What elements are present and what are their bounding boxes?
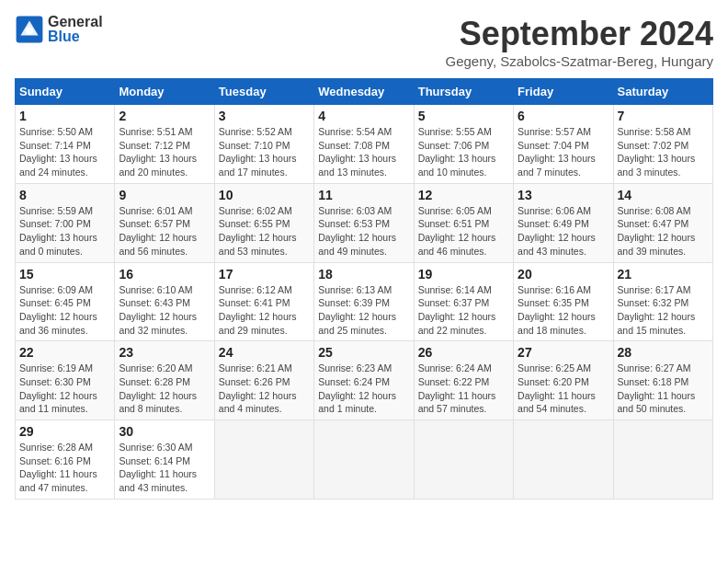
calendar-day-30: 30Sunrise: 6:30 AM Sunset: 6:14 PM Dayli… — [115, 420, 214, 500]
calendar-day-25: 25Sunrise: 6:23 AM Sunset: 6:24 PM Dayli… — [314, 341, 414, 420]
calendar-day-8: 8Sunrise: 5:59 AM Sunset: 7:00 PM Daylig… — [16, 183, 115, 262]
calendar-day-1: 1Sunrise: 5:50 AM Sunset: 7:14 PM Daylig… — [16, 105, 115, 184]
calendar-day-27: 27Sunrise: 6:25 AM Sunset: 6:20 PM Dayli… — [514, 341, 613, 420]
calendar-day-7: 7Sunrise: 5:58 AM Sunset: 7:02 PM Daylig… — [613, 105, 712, 184]
logo-icon — [15, 15, 44, 44]
logo-blue: Blue — [48, 29, 80, 44]
weekday-header-tuesday: Tuesday — [214, 79, 313, 105]
calendar-day-empty — [414, 420, 513, 500]
calendar-week-1: 1Sunrise: 5:50 AM Sunset: 7:14 PM Daylig… — [16, 105, 713, 184]
calendar-day-5: 5Sunrise: 5:55 AM Sunset: 7:06 PM Daylig… — [414, 105, 513, 184]
calendar-day-18: 18Sunrise: 6:13 AM Sunset: 6:39 PM Dayli… — [314, 262, 414, 341]
calendar-day-2: 2Sunrise: 5:51 AM Sunset: 7:12 PM Daylig… — [115, 105, 214, 184]
calendar-table: SundayMondayTuesdayWednesdayThursdayFrid… — [15, 78, 713, 500]
calendar-day-28: 28Sunrise: 6:27 AM Sunset: 6:18 PM Dayli… — [613, 341, 712, 420]
calendar-day-29: 29Sunrise: 6:28 AM Sunset: 6:16 PM Dayli… — [16, 420, 115, 500]
weekday-header-saturday: Saturday — [613, 79, 712, 105]
location-title: Gegeny, Szabolcs-Szatmar-Bereg, Hungary — [445, 53, 713, 69]
calendar-day-empty — [314, 420, 414, 500]
calendar-day-13: 13Sunrise: 6:06 AM Sunset: 6:49 PM Dayli… — [514, 183, 613, 262]
weekday-header-row: SundayMondayTuesdayWednesdayThursdayFrid… — [16, 79, 713, 105]
calendar-day-15: 15Sunrise: 6:09 AM Sunset: 6:45 PM Dayli… — [16, 262, 115, 341]
calendar-day-3: 3Sunrise: 5:52 AM Sunset: 7:10 PM Daylig… — [214, 105, 313, 184]
title-area: September 2024 Gegeny, Szabolcs-Szatmar-… — [445, 15, 713, 69]
calendar-day-6: 6Sunrise: 5:57 AM Sunset: 7:04 PM Daylig… — [514, 105, 613, 184]
weekday-header-friday: Friday — [514, 79, 613, 105]
header: General Blue September 2024 Gegeny, Szab… — [15, 15, 713, 69]
calendar-day-24: 24Sunrise: 6:21 AM Sunset: 6:26 PM Dayli… — [214, 341, 313, 420]
calendar-day-12: 12Sunrise: 6:05 AM Sunset: 6:51 PM Dayli… — [414, 183, 513, 262]
weekday-header-wednesday: Wednesday — [314, 79, 414, 105]
calendar-day-22: 22Sunrise: 6:19 AM Sunset: 6:30 PM Dayli… — [16, 341, 115, 420]
calendar-day-19: 19Sunrise: 6:14 AM Sunset: 6:37 PM Dayli… — [414, 262, 513, 341]
weekday-header-thursday: Thursday — [414, 79, 513, 105]
calendar-week-3: 15Sunrise: 6:09 AM Sunset: 6:45 PM Dayli… — [16, 262, 713, 341]
calendar-day-26: 26Sunrise: 6:24 AM Sunset: 6:22 PM Dayli… — [414, 341, 513, 420]
svg-point-2 — [26, 28, 33, 35]
calendar-day-17: 17Sunrise: 6:12 AM Sunset: 6:41 PM Dayli… — [214, 262, 313, 341]
weekday-header-sunday: Sunday — [16, 79, 115, 105]
calendar-day-14: 14Sunrise: 6:08 AM Sunset: 6:47 PM Dayli… — [613, 183, 712, 262]
calendar-day-empty — [514, 420, 613, 500]
calendar-day-10: 10Sunrise: 6:02 AM Sunset: 6:55 PM Dayli… — [214, 183, 313, 262]
logo-general: General — [48, 14, 103, 29]
calendar-day-11: 11Sunrise: 6:03 AM Sunset: 6:53 PM Dayli… — [314, 183, 414, 262]
weekday-header-monday: Monday — [115, 79, 214, 105]
calendar-day-16: 16Sunrise: 6:10 AM Sunset: 6:43 PM Dayli… — [115, 262, 214, 341]
calendar-day-21: 21Sunrise: 6:17 AM Sunset: 6:32 PM Dayli… — [613, 262, 712, 341]
calendar-week-5: 29Sunrise: 6:28 AM Sunset: 6:16 PM Dayli… — [16, 420, 713, 500]
calendar-day-empty — [613, 420, 712, 500]
calendar-day-4: 4Sunrise: 5:54 AM Sunset: 7:08 PM Daylig… — [314, 105, 414, 184]
month-title: September 2024 — [445, 15, 713, 53]
calendar-day-empty — [214, 420, 313, 500]
calendar-day-9: 9Sunrise: 6:01 AM Sunset: 6:57 PM Daylig… — [115, 183, 214, 262]
calendar-week-4: 22Sunrise: 6:19 AM Sunset: 6:30 PM Dayli… — [16, 341, 713, 420]
logo: General Blue — [15, 15, 103, 44]
calendar-day-20: 20Sunrise: 6:16 AM Sunset: 6:35 PM Dayli… — [514, 262, 613, 341]
calendar-week-2: 8Sunrise: 5:59 AM Sunset: 7:00 PM Daylig… — [16, 183, 713, 262]
calendar-day-23: 23Sunrise: 6:20 AM Sunset: 6:28 PM Dayli… — [115, 341, 214, 420]
